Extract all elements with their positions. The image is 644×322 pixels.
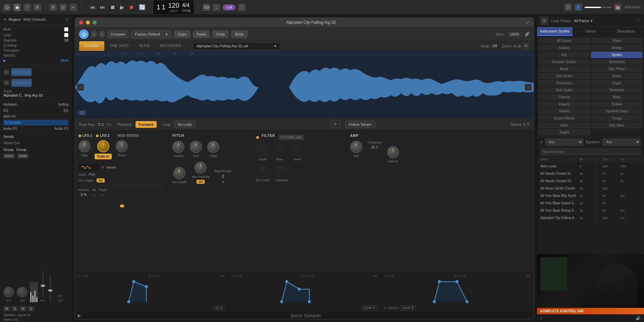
genre-all-drums[interactable]: All Drums xyxy=(538,38,590,44)
speed-val[interactable]: 1 xyxy=(523,122,525,126)
tab-instrument-synths[interactable]: Instrument Synths xyxy=(537,27,573,36)
time-sig-value[interactable]: 4/4 xyxy=(182,2,191,8)
polyphony-number[interactable]: 16 xyxy=(371,146,375,149)
loop-row[interactable]: Alphabet City Falling Arp 01 32 ♡ 146 Cn… xyxy=(537,214,644,222)
waveform-left-btn[interactable]: ‹ xyxy=(77,84,84,91)
master-volume-slider[interactable] xyxy=(585,7,611,8)
coarse-knob[interactable] xyxy=(172,141,184,153)
file-selector[interactable]: Alphabet City Falling Arp 02.caf ▾ xyxy=(193,42,280,50)
bend-range-val[interactable]: 2 xyxy=(222,174,224,179)
read-btn-2[interactable]: Read xyxy=(17,154,29,158)
loop-row[interactable]: All Hands Chords 01 32 ♡ 70 Fr... xyxy=(537,170,644,177)
loop-heart-icon[interactable]: ♡ xyxy=(594,208,601,213)
volume-knob[interactable] xyxy=(387,146,399,158)
snap-val[interactable]: Off xyxy=(492,44,497,48)
loop-heart-icon[interactable]: ♡ xyxy=(594,179,601,183)
cutoff-knob[interactable] xyxy=(256,144,268,156)
record-btn[interactable]: ⏺ xyxy=(127,4,136,11)
genre-percussion[interactable]: Percussion xyxy=(538,80,590,86)
zoom-out-icon[interactable]: ⊟ xyxy=(514,44,517,48)
key-icon[interactable]: ⌨ xyxy=(203,4,210,11)
env-depth-knob[interactable] xyxy=(173,167,185,179)
list-icon[interactable]: ☰ xyxy=(565,4,572,11)
loop-heart-icon[interactable]: ♡ xyxy=(594,216,601,220)
genre-vibes[interactable]: Vibes xyxy=(538,122,590,128)
fade-in-btn[interactable]: Fade In xyxy=(95,154,112,159)
bpm-value[interactable]: 120 xyxy=(168,2,179,9)
reso-knob[interactable] xyxy=(274,144,286,156)
tune-icon[interactable]: 🎵 xyxy=(238,4,246,11)
amount-fader[interactable] xyxy=(122,199,122,213)
genre-tamburine[interactable]: Tamburine xyxy=(591,87,643,93)
genre-shaker[interactable]: Shaker xyxy=(591,101,643,107)
genre-synthetic-bass[interactable]: Synthetic Bass xyxy=(591,108,643,114)
compare-btn[interactable]: Compare xyxy=(107,31,128,38)
forward-btn[interactable]: Forward xyxy=(136,121,157,128)
follow-tempo-btn[interactable]: Follow Tempo xyxy=(345,121,375,128)
chevron-updown-icon-bend[interactable]: ⇅ xyxy=(222,180,224,184)
tab-classic[interactable]: CLASSIC xyxy=(79,41,104,51)
tab-recorder[interactable]: RECORDER xyxy=(155,41,185,51)
tab-genre[interactable]: Genre xyxy=(573,27,608,36)
maximize-btn[interactable] xyxy=(93,20,97,24)
edit-icon[interactable]: E xyxy=(66,17,68,21)
redo-btn[interactable]: Redo xyxy=(231,31,247,38)
loop-row[interactable]: Alien Lead 8 ♡ 140 C#0 xyxy=(537,163,644,170)
waveform-right-btn[interactable]: › xyxy=(525,84,532,91)
fast-forward-btn[interactable]: ⏭ xyxy=(99,4,107,11)
loop-checkbox[interactable] xyxy=(64,33,68,37)
no-loop-btn[interactable]: No Loop xyxy=(174,121,196,128)
fine-knob[interactable] xyxy=(190,141,202,153)
phase-knob[interactable] xyxy=(116,140,128,152)
zoom-in-icon[interactable]: ⊞ xyxy=(518,44,521,48)
genre-brass[interactable]: Brass xyxy=(591,73,643,79)
volume-fader-1[interactable] xyxy=(42,271,44,298)
grid-icon-btn[interactable]: ⊞ xyxy=(540,17,548,25)
mute-btn-2[interactable]: M xyxy=(19,306,26,311)
instrument-item[interactable]: Alphabet... Setting xyxy=(3,102,68,108)
genre-conga[interactable]: Conga xyxy=(591,115,643,121)
tab-slice[interactable]: SLICE xyxy=(135,41,155,51)
genre-impacts[interactable]: Impacts xyxy=(538,101,590,107)
undo-btn[interactable]: Undo xyxy=(212,31,228,38)
settings-icon[interactable]: ⚙ xyxy=(49,4,57,11)
genre-elec-piano[interactable]: Elec Piano xyxy=(591,66,643,72)
q-sampler-item[interactable]: Q-Sampler xyxy=(3,120,68,126)
loop-heart-icon[interactable]: ♡ xyxy=(594,194,601,198)
tab-descriptors[interactable]: Descriptors xyxy=(608,27,644,36)
scissors-icon[interactable]: ✂ xyxy=(69,4,77,11)
mute-btn-1[interactable]: M xyxy=(3,306,10,311)
loop-row[interactable]: All Your Base Blip Synth 16 ♡ 79 Dn... xyxy=(537,192,644,200)
genre-side-guitar[interactable]: Side Guitar xyxy=(538,87,590,93)
via-val[interactable]: --- xyxy=(92,193,95,197)
audio-fx-item[interactable]: Audio FX Audio FX xyxy=(3,126,68,132)
loop-row[interactable]: All Hands Chords 02 32 ♡ 70 Fr... xyxy=(537,177,644,185)
copy-btn[interactable]: Copy xyxy=(174,31,190,38)
stop-btn[interactable]: ⏹ xyxy=(109,4,117,11)
chevron-down-icon[interactable]: ▼ xyxy=(3,18,7,21)
midi-fx-item[interactable]: MIDI FX xyxy=(3,114,68,120)
chevron-updown-icon-poly[interactable]: ⇅ xyxy=(376,146,378,149)
genre-piano[interactable]: Piano xyxy=(591,38,643,44)
sidebar-expand-icon[interactable]: ⟨ xyxy=(540,316,542,321)
genre-beats[interactable]: Beats xyxy=(538,66,590,72)
env-type-btn-pitch[interactable]: AD ⇅ xyxy=(213,306,224,310)
eq-item-1[interactable]: EQ EQ xyxy=(3,108,68,114)
drive-knob[interactable] xyxy=(291,144,303,156)
filter-any-select[interactable]: Any xyxy=(545,139,583,146)
cycle-btn[interactable]: 🔄 xyxy=(138,3,147,11)
genre-guitars[interactable]: Guitars xyxy=(538,45,590,51)
chevron-updown-icon-wf[interactable]: ⇅ xyxy=(101,166,104,169)
bottom-expand-btn[interactable]: ▶ xyxy=(78,313,81,318)
key-tracking-knob[interactable] xyxy=(195,162,207,174)
root-offset[interactable]: 0 c xyxy=(106,122,111,126)
solo-btn-2[interactable]: S xyxy=(28,306,35,311)
power-icon[interactable]: ⏻ xyxy=(3,4,11,11)
volume-icon[interactable]: 🔊 xyxy=(636,316,641,321)
dial-btn[interactable]: ⚙ xyxy=(330,120,340,128)
key-trigger-val[interactable]: ON xyxy=(97,178,105,182)
genre-bass[interactable]: Bass xyxy=(591,94,643,100)
library-icon[interactable]: 📚 xyxy=(614,4,622,11)
favorite-btn[interactable]: ♡ xyxy=(636,18,641,23)
target-val[interactable]: --- xyxy=(101,193,104,197)
